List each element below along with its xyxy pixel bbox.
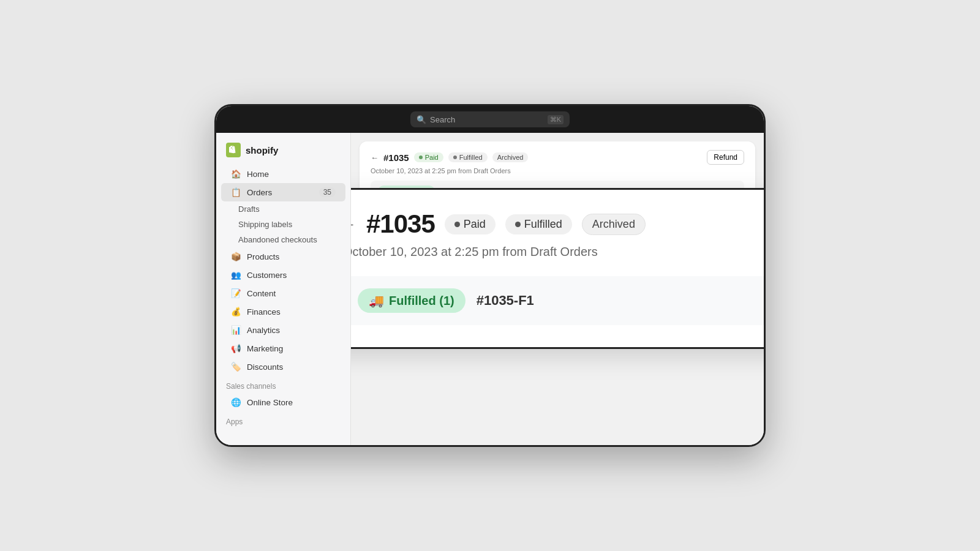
shopify-logo-icon [226,143,241,157]
back-arrow-big[interactable]: ← [351,215,356,234]
analytics-icon: 📊 [231,325,241,335]
order-number-small: #1035 [383,152,409,163]
badge-fulfilled-small: Fulfilled [448,152,488,162]
online-store-label: Online Store [247,398,293,407]
badge-paid-small: Paid [414,152,443,162]
sales-channels-section: Sales channels [216,376,350,393]
products-icon: 📦 [231,252,241,261]
fulfilled-dot-small [453,156,457,159]
sidebar-item-home[interactable]: 🏠 Home [221,165,345,183]
fulfilled-dot-big [515,222,521,227]
browser-window: 🔍 Search ⌘K shopify 🏠 Home 📋 Or [214,104,766,447]
analytics-label: Analytics [247,326,280,335]
apps-section: Apps [216,411,350,429]
sidebar-item-discounts[interactable]: 🏷️ Discounts [221,358,345,376]
badge-archived-big: Archived [582,214,646,235]
badge-paid-big: Paid [445,214,496,234]
drafts-label: Drafts [238,204,260,214]
sidebar-item-marketing[interactable]: 📢 Marketing [221,339,345,358]
order-date-small: October 10, 2023 at 2:25 pm from Draft O… [371,167,744,174]
home-label: Home [247,170,269,179]
orders-label: Orders [247,188,272,197]
products-label: Products [247,252,279,261]
sidebar-subitem-shipping-labels[interactable]: Shipping labels [216,217,350,232]
truck-icon-big: 🚚 [369,293,384,308]
sidebar-logo: shopify [216,140,350,165]
browser-topbar: 🔍 Search ⌘K [216,106,764,133]
sidebar-item-finances[interactable]: 💰 Finances [221,302,345,321]
sidebar-item-orders[interactable]: 📋 Orders 35 [221,183,345,201]
sidebar-subitem-abandoned-checkouts[interactable]: Abandoned checkouts [216,232,350,247]
finances-label: Finances [247,307,281,317]
search-placeholder: Search [430,115,548,124]
sidebar-item-online-store[interactable]: 🌐 Online Store [221,393,345,411]
paid-dot-small [419,156,423,159]
overlay-header: ← #1035 Paid Fulfilled Archived [351,209,764,239]
orders-icon: 📋 [231,187,241,197]
abandoned-checkouts-label: Abandoned checkouts [238,235,317,244]
browser-body: shopify 🏠 Home 📋 Orders 35 Drafts Shippi… [216,133,764,445]
app-name: shopify [246,145,278,156]
order-overlay-card: ← #1035 Paid Fulfilled Archived October … [351,188,764,349]
search-bar[interactable]: 🔍 Search ⌘K [410,111,570,127]
paid-dot-big [454,222,460,227]
fulfillment-id-big: #1035-F1 [477,293,534,309]
content-label: Content [247,289,276,298]
content-icon: 📝 [231,288,241,298]
sidebar-item-customers[interactable]: 👥 Customers [221,266,345,284]
main-content: ← #1035 Paid Fulfilled Archived Refund [351,133,764,445]
customers-label: Customers [247,271,287,280]
sidebar-item-analytics[interactable]: 📊 Analytics [221,321,345,339]
search-shortcut: ⌘K [548,115,564,124]
refund-button-small[interactable]: Refund [707,150,744,165]
shipping-labels-label: Shipping labels [238,220,292,229]
sidebar-subitem-drafts[interactable]: Drafts [216,201,350,217]
discounts-label: Discounts [247,362,283,372]
fulfillment-section-big: 🚚 Fulfilled (1) #1035-F1 [351,276,764,325]
order-date-big: October 10, 2023 at 2:25 pm from Draft O… [351,245,764,259]
back-arrow-small[interactable]: ← [371,153,379,162]
marketing-icon: 📢 [231,343,241,353]
customers-icon: 👥 [231,270,241,280]
marketing-label: Marketing [247,344,283,353]
orders-badge: 35 [319,187,336,197]
badge-fulfilled-big: Fulfilled [505,214,572,234]
finances-icon: 💰 [231,307,241,317]
badge-archived-small: Archived [492,152,529,162]
discounts-icon: 🏷️ [231,362,241,372]
fulfilled-badge-big: 🚚 Fulfilled (1) [358,288,466,313]
online-store-icon: 🌐 [231,397,241,407]
search-icon: 🔍 [417,115,426,124]
sidebar-item-content[interactable]: 📝 Content [221,284,345,302]
order-number-big: #1035 [366,209,435,239]
sidebar-item-products[interactable]: 📦 Products [221,247,345,266]
order-header-small: ← #1035 Paid Fulfilled Archived Refund [371,150,744,165]
sidebar: shopify 🏠 Home 📋 Orders 35 Drafts Shippi… [216,133,351,445]
home-icon: 🏠 [231,169,241,179]
